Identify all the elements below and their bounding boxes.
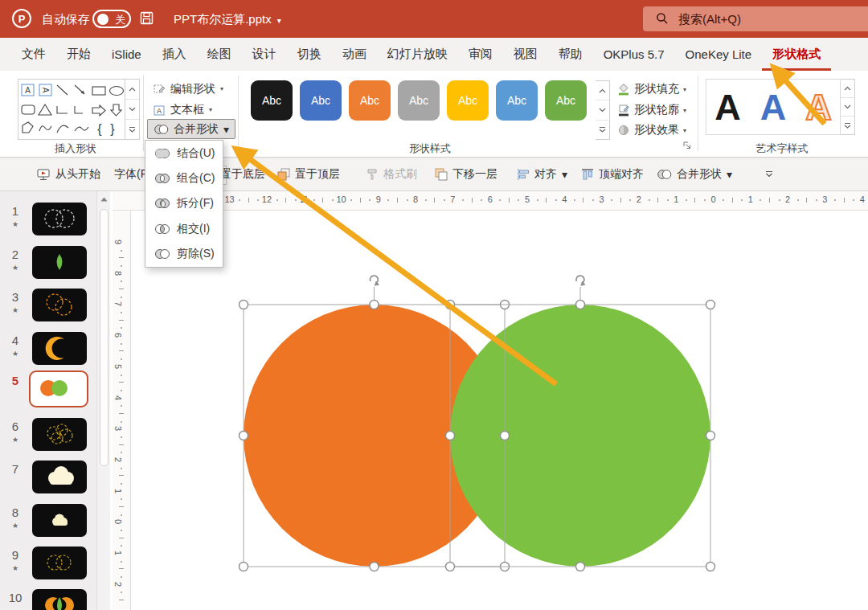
tab-审阅[interactable]: 审阅 [458, 38, 503, 71]
edit-shape-button[interactable]: 编辑形状▾ [149, 80, 227, 98]
wordart-more-button[interactable] [841, 117, 854, 134]
slide-thumbnail-2[interactable] [32, 246, 87, 279]
bring-to-front-button[interactable]: 置于顶层 [277, 158, 340, 190]
gallery-scroll-up[interactable] [125, 80, 139, 100]
ruler-tick [295, 199, 297, 201]
tab-iSlide[interactable]: iSlide [101, 38, 152, 71]
tab-绘图[interactable]: 绘图 [197, 38, 242, 71]
shape-style-swatch-2[interactable]: Abc [300, 80, 342, 121]
orange-circle[interactable] [244, 305, 505, 567]
selection-handle[interactable] [501, 432, 510, 440]
gallery-scroll-down[interactable] [125, 100, 139, 120]
toolbar-overflow-button[interactable] [764, 158, 775, 190]
merge-shapes-toolbar-button[interactable]: 合并形状▾ [657, 158, 732, 190]
menu-item-combine[interactable]: 组合(C) [145, 166, 223, 190]
from-beginning-button[interactable]: 从头开始 [37, 158, 100, 190]
selection-handle[interactable] [370, 301, 379, 309]
search-input[interactable]: 搜索(Alt+Q) [643, 6, 868, 31]
rotate-handle[interactable] [371, 276, 380, 286]
tab-OneKey Lite[interactable]: OneKey Lite [675, 38, 763, 71]
shape-style-swatch-1[interactable]: Abc [251, 80, 293, 121]
shape-fill-button[interactable]: 形状填充▾ [617, 80, 686, 98]
tab-视图[interactable]: 视图 [503, 38, 548, 71]
slide-thumbnail-8[interactable] [32, 504, 87, 537]
thumbnail-scrollbar[interactable] [96, 191, 110, 610]
rotate-handle[interactable] [576, 276, 586, 286]
selection-handle[interactable] [240, 563, 248, 571]
selection-handle[interactable] [240, 301, 248, 309]
shape-style-swatch-6[interactable]: Abc [496, 80, 538, 121]
tab-设计[interactable]: 设计 [242, 38, 287, 71]
slide-thumbnail-9[interactable] [32, 547, 87, 579]
selection-handle[interactable] [446, 432, 455, 440]
tab-帮助[interactable]: 帮助 [548, 38, 593, 71]
selection-handle[interactable] [446, 563, 455, 571]
selection-handle[interactable] [706, 301, 715, 309]
ruler-tick [121, 514, 122, 516]
selection-handle[interactable] [706, 563, 715, 571]
tab-插入[interactable]: 插入 [152, 38, 197, 71]
wordart-scroll-down[interactable] [841, 98, 854, 117]
powerpoint-app-icon[interactable]: P [10, 7, 33, 30]
green-circle[interactable] [450, 305, 710, 567]
scrollbar-up-button[interactable] [98, 193, 110, 206]
selection-handle[interactable] [501, 301, 510, 309]
selection-handle[interactable] [240, 432, 248, 440]
styles-more-button[interactable] [596, 121, 609, 139]
shape-effects-button[interactable]: 形状效果▾ [617, 121, 686, 139]
document-title[interactable]: PPT布尔运算.pptx▾ [174, 12, 281, 27]
tab-开始[interactable]: 开始 [56, 38, 101, 71]
autosave-toggle[interactable]: 关 [92, 10, 131, 28]
slide-thumbnail-7[interactable] [32, 461, 87, 493]
send-backward-button[interactable]: 下移一层 [435, 158, 497, 190]
scrollbar-thumb[interactable] [100, 209, 108, 466]
slide-thumbnail-5[interactable] [29, 371, 88, 407]
save-icon[interactable] [140, 11, 154, 26]
wordart-style-3[interactable]: A [805, 89, 832, 125]
selection-handle[interactable] [706, 432, 715, 440]
menu-item-intersect[interactable]: 相交(I) [145, 216, 223, 241]
tab-OKPlus 5.7[interactable]: OKPlus 5.7 [593, 38, 675, 71]
slide-thumbnail-4[interactable] [32, 332, 87, 365]
slide-thumbnail-3[interactable] [32, 289, 87, 321]
shape-outline-button[interactable]: 形状轮廓▾ [617, 101, 686, 119]
shape-style-swatch-7[interactable]: Abc [545, 80, 587, 121]
shape-gallery-scrollbar [125, 79, 140, 140]
merge-shapes-button[interactable]: 合并形状▾ [147, 119, 235, 139]
text-box-button[interactable]: A 文本框▾ [149, 100, 215, 119]
slide-thumbnail-6[interactable] [32, 418, 87, 451]
menu-item-subtract[interactable]: 剪除(S) [145, 242, 223, 267]
tab-形状格式[interactable]: 形状格式 [762, 38, 831, 71]
styles-scroll-up[interactable] [596, 81, 609, 100]
menu-item-fragment[interactable]: 拆分(F) [145, 191, 223, 216]
slide-thumbnail-1[interactable] [32, 203, 87, 235]
menu-item-union[interactable]: 结合(U) [145, 141, 223, 166]
shape-style-swatch-3[interactable]: Abc [349, 80, 391, 121]
selection-handle[interactable] [501, 563, 510, 571]
wordart-scroll-up[interactable] [841, 80, 854, 98]
shape-styles-dialog-launcher[interactable] [682, 141, 692, 150]
slide-thumbnail-10[interactable] [32, 589, 87, 610]
shape-style-swatch-4[interactable]: Abc [398, 80, 440, 121]
tab-切换[interactable]: 切换 [287, 38, 332, 71]
shape-gallery[interactable]: A A { } [18, 79, 125, 140]
align-button[interactable]: 对齐▾ [517, 158, 567, 190]
align-top-icon [581, 168, 594, 181]
styles-scroll-down[interactable] [596, 100, 609, 120]
tab-幻灯片放映[interactable]: 幻灯片放映 [377, 38, 458, 71]
ruler-tick [121, 576, 122, 578]
gallery-more-button[interactable] [125, 120, 139, 139]
selection-handle[interactable] [576, 563, 585, 571]
selection-handle[interactable] [446, 301, 455, 309]
ruler-tick [257, 199, 259, 201]
format-painter-button[interactable]: 格式刷 [366, 158, 417, 190]
selection-handle[interactable] [576, 301, 585, 309]
tab-文件[interactable]: 文件 [11, 38, 56, 71]
ruler-tick [462, 199, 464, 201]
selection-handle[interactable] [370, 563, 379, 571]
align-top-button[interactable]: 顶端对齐 [581, 158, 644, 190]
wordart-style-1[interactable]: A [714, 89, 741, 125]
shape-style-swatch-5[interactable]: Abc [447, 80, 489, 121]
wordart-style-2[interactable]: A [760, 89, 787, 125]
tab-动画[interactable]: 动画 [332, 38, 377, 71]
